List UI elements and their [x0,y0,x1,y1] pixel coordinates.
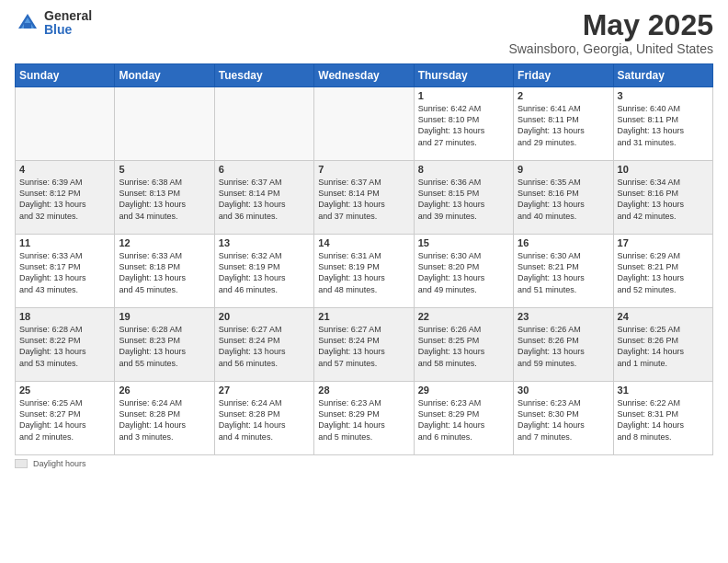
day-number: 18 [19,311,110,322]
main-title: May 2025 [508,9,713,41]
day-number: 16 [518,237,609,248]
day-number: 9 [518,164,609,175]
calendar-day-header: Saturday [613,64,712,87]
calendar-cell [214,87,313,161]
calendar-cell: 28Sunrise: 6:23 AM Sunset: 8:29 PM Dayli… [314,382,414,455]
calendar-cell: 13Sunrise: 6:32 AM Sunset: 8:19 PM Dayli… [214,235,313,308]
calendar-cell: 9Sunrise: 6:35 AM Sunset: 8:16 PM Daylig… [514,161,613,235]
day-number: 6 [219,164,310,175]
day-info: Sunrise: 6:40 AM Sunset: 8:11 PM Dayligh… [618,103,709,148]
day-info: Sunrise: 6:24 AM Sunset: 8:28 PM Dayligh… [119,397,210,442]
calendar-cell: 10Sunrise: 6:34 AM Sunset: 8:16 PM Dayli… [613,161,712,235]
day-info: Sunrise: 6:28 AM Sunset: 8:22 PM Dayligh… [19,324,110,369]
calendar-cell: 27Sunrise: 6:24 AM Sunset: 8:28 PM Dayli… [214,382,313,455]
calendar-day-header: Sunday [16,64,115,87]
day-number: 23 [518,311,609,322]
day-info: Sunrise: 6:23 AM Sunset: 8:30 PM Dayligh… [518,397,609,442]
calendar-table: SundayMondayTuesdayWednesdayThursdayFrid… [15,63,713,455]
day-number: 17 [618,237,709,248]
calendar-day-header: Friday [514,64,613,87]
calendar-cell: 5Sunrise: 6:38 AM Sunset: 8:13 PM Daylig… [115,161,214,235]
calendar-cell: 8Sunrise: 6:36 AM Sunset: 8:15 PM Daylig… [414,161,513,235]
calendar-week-row: 25Sunrise: 6:25 AM Sunset: 8:27 PM Dayli… [16,382,713,455]
logo: General Blue [15,9,92,38]
day-info: Sunrise: 6:24 AM Sunset: 8:28 PM Dayligh… [219,397,310,442]
day-number: 2 [518,90,609,101]
day-number: 25 [19,385,110,396]
calendar-day-header: Tuesday [214,64,313,87]
calendar-cell: 6Sunrise: 6:37 AM Sunset: 8:14 PM Daylig… [214,161,313,235]
calendar-cell: 12Sunrise: 6:33 AM Sunset: 8:18 PM Dayli… [115,235,214,308]
calendar-day-header: Wednesday [314,64,414,87]
daylight-box-icon [15,459,28,468]
calendar-week-row: 18Sunrise: 6:28 AM Sunset: 8:22 PM Dayli… [16,308,713,382]
calendar-cell: 31Sunrise: 6:22 AM Sunset: 8:31 PM Dayli… [613,382,712,455]
calendar-cell [16,87,115,161]
day-number: 13 [219,237,310,248]
day-info: Sunrise: 6:35 AM Sunset: 8:16 PM Dayligh… [518,177,609,222]
day-info: Sunrise: 6:23 AM Sunset: 8:29 PM Dayligh… [418,397,509,442]
calendar-cell: 25Sunrise: 6:25 AM Sunset: 8:27 PM Dayli… [16,382,115,455]
calendar-cell: 16Sunrise: 6:30 AM Sunset: 8:21 PM Dayli… [514,235,613,308]
day-number: 30 [518,385,609,396]
header: General Blue May 2025 Swainsboro, Georgi… [15,9,713,56]
calendar-day-header: Monday [115,64,214,87]
day-number: 22 [418,311,509,322]
calendar-cell [314,87,414,161]
calendar-cell: 1Sunrise: 6:42 AM Sunset: 8:10 PM Daylig… [414,87,513,161]
day-info: Sunrise: 6:25 AM Sunset: 8:27 PM Dayligh… [19,397,110,442]
day-number: 28 [318,385,409,396]
day-number: 7 [318,164,409,175]
day-info: Sunrise: 6:27 AM Sunset: 8:24 PM Dayligh… [219,324,310,369]
calendar-cell: 22Sunrise: 6:26 AM Sunset: 8:25 PM Dayli… [414,308,513,382]
calendar-week-row: 11Sunrise: 6:33 AM Sunset: 8:17 PM Dayli… [16,235,713,308]
calendar-cell: 14Sunrise: 6:31 AM Sunset: 8:19 PM Dayli… [314,235,414,308]
calendar-cell: 11Sunrise: 6:33 AM Sunset: 8:17 PM Dayli… [16,235,115,308]
day-info: Sunrise: 6:32 AM Sunset: 8:19 PM Dayligh… [219,250,310,295]
footer-note: Daylight hours [15,459,713,468]
calendar-cell: 21Sunrise: 6:27 AM Sunset: 8:24 PM Dayli… [314,308,414,382]
day-info: Sunrise: 6:37 AM Sunset: 8:14 PM Dayligh… [318,177,409,222]
calendar-week-row: 4Sunrise: 6:39 AM Sunset: 8:12 PM Daylig… [16,161,713,235]
day-number: 24 [618,311,709,322]
day-info: Sunrise: 6:25 AM Sunset: 8:26 PM Dayligh… [618,324,709,369]
calendar-cell: 23Sunrise: 6:26 AM Sunset: 8:26 PM Dayli… [514,308,613,382]
day-info: Sunrise: 6:22 AM Sunset: 8:31 PM Dayligh… [618,397,709,442]
title-block: May 2025 Swainsboro, Georgia, United Sta… [508,9,713,56]
calendar-cell: 29Sunrise: 6:23 AM Sunset: 8:29 PM Dayli… [414,382,513,455]
logo-icon [15,10,40,36]
day-info: Sunrise: 6:41 AM Sunset: 8:11 PM Dayligh… [518,103,609,148]
day-info: Sunrise: 6:36 AM Sunset: 8:15 PM Dayligh… [418,177,509,222]
day-info: Sunrise: 6:38 AM Sunset: 8:13 PM Dayligh… [119,177,210,222]
day-number: 29 [418,385,509,396]
calendar-cell: 26Sunrise: 6:24 AM Sunset: 8:28 PM Dayli… [115,382,214,455]
day-number: 14 [318,237,409,248]
day-info: Sunrise: 6:33 AM Sunset: 8:17 PM Dayligh… [19,250,110,295]
day-info: Sunrise: 6:26 AM Sunset: 8:26 PM Dayligh… [518,324,609,369]
day-info: Sunrise: 6:27 AM Sunset: 8:24 PM Dayligh… [318,324,409,369]
day-number: 27 [219,385,310,396]
day-number: 11 [19,237,110,248]
logo-blue-text: Blue [44,23,92,37]
day-info: Sunrise: 6:37 AM Sunset: 8:14 PM Dayligh… [219,177,310,222]
day-info: Sunrise: 6:30 AM Sunset: 8:20 PM Dayligh… [418,250,509,295]
day-info: Sunrise: 6:30 AM Sunset: 8:21 PM Dayligh… [518,250,609,295]
svg-rect-2 [24,23,31,29]
day-info: Sunrise: 6:34 AM Sunset: 8:16 PM Dayligh… [618,177,709,222]
calendar-cell: 18Sunrise: 6:28 AM Sunset: 8:22 PM Dayli… [16,308,115,382]
day-number: 3 [618,90,709,101]
day-number: 5 [119,164,210,175]
day-info: Sunrise: 6:23 AM Sunset: 8:29 PM Dayligh… [318,397,409,442]
calendar-cell: 17Sunrise: 6:29 AM Sunset: 8:21 PM Dayli… [613,235,712,308]
day-info: Sunrise: 6:28 AM Sunset: 8:23 PM Dayligh… [119,324,210,369]
calendar-cell: 20Sunrise: 6:27 AM Sunset: 8:24 PM Dayli… [214,308,313,382]
day-info: Sunrise: 6:33 AM Sunset: 8:18 PM Dayligh… [119,250,210,295]
day-info: Sunrise: 6:42 AM Sunset: 8:10 PM Dayligh… [418,103,509,148]
calendar-cell: 24Sunrise: 6:25 AM Sunset: 8:26 PM Dayli… [613,308,712,382]
day-info: Sunrise: 6:31 AM Sunset: 8:19 PM Dayligh… [318,250,409,295]
calendar-cell: 3Sunrise: 6:40 AM Sunset: 8:11 PM Daylig… [613,87,712,161]
day-number: 1 [418,90,509,101]
daylight-label: Daylight hours [33,459,86,468]
calendar-cell: 7Sunrise: 6:37 AM Sunset: 8:14 PM Daylig… [314,161,414,235]
calendar-cell: 4Sunrise: 6:39 AM Sunset: 8:12 PM Daylig… [16,161,115,235]
